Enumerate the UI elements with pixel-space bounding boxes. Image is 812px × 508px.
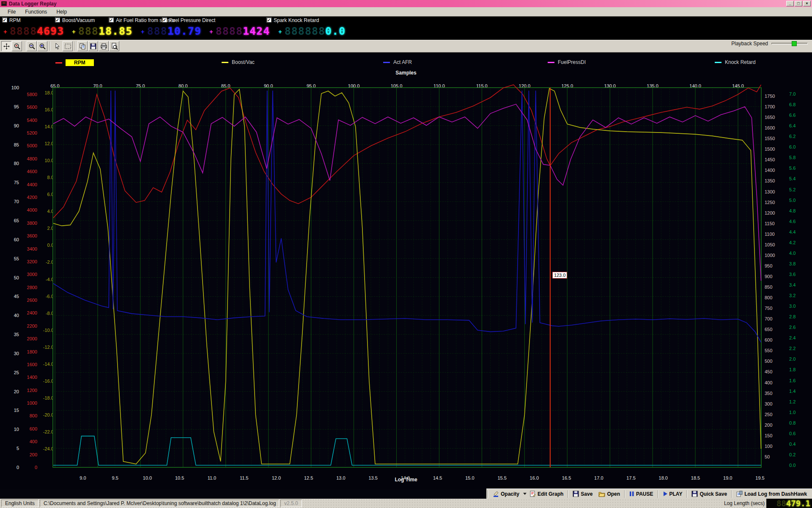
zoom-in-button[interactable] [37,41,47,51]
status-bar: English Units C:\Documents and Settings\… [0,499,812,508]
zoom-out-button[interactable] [27,41,37,51]
chart-area[interactable]: RPMBoost/VacAct AFRFuelPressDIKnock Reta… [0,52,812,489]
button-label: PAUSE [636,491,653,497]
select-region-button[interactable] [63,41,73,51]
led-value: 479.1 [786,499,810,508]
play-button[interactable]: PLAY [660,489,686,499]
button-label: Open [607,491,620,497]
channel-led-row: +88884693+88818.85+88810.79+88881424+888… [0,23,812,40]
play-icon [663,491,668,497]
print-preview-icon [111,43,118,50]
file-path-cell: C:\Documents and Settings\Jared P. McIve… [40,500,279,507]
zoom-in-icon [39,43,46,50]
save-button[interactable]: Save [570,489,595,499]
menu-file[interactable]: File [3,8,20,16]
pan-icon [3,43,10,50]
opacity-dropdown-arrow-icon[interactable] [523,493,527,495]
log-length-label: Log Length (secs) [724,500,765,506]
window-title: Data Logger Replay [9,1,57,7]
button-label: Save [581,491,593,497]
graph-toolbar [0,40,812,52]
button-label: Edit Graph [538,491,563,497]
channel-label: Spark Knock Retard [274,17,319,23]
print-preview-button[interactable] [109,41,119,51]
channel-label: Boost/Vacuum [62,17,95,23]
toolbar-separator [658,490,658,498]
led-ghost-digits: 8888 [10,25,37,37]
load-log-from-dashhawk-button[interactable]: Load Log from DashHawk [733,489,810,499]
led-display-5: +8888880.0 [278,25,346,38]
toolbar-separator [49,41,50,51]
quick-save-icon [691,491,698,497]
pointer-icon [54,43,61,50]
channel-label: RPM [9,17,21,23]
slider-groove [771,43,808,44]
edit-graph-button[interactable]: Edit Graph [527,489,566,499]
save-icon [573,491,579,497]
led-sign-indicator: + [278,28,282,35]
copy-button[interactable] [77,41,88,51]
button-label: Opacity [501,491,519,497]
led-value: 4693 [37,25,64,37]
slider-thumb[interactable] [792,41,797,46]
opacity-icon [493,491,499,497]
pointer-button[interactable] [52,41,62,51]
button-label: Quick Save [700,491,727,497]
quick-save-button[interactable]: Quick Save [689,489,730,499]
bottom-axis-title: Log Time [0,477,812,483]
led-sign-indicator: + [3,28,7,35]
led-value: 1424 [243,25,270,37]
menu-functions[interactable]: Functions [21,8,51,16]
print-button[interactable] [99,41,109,51]
zoom-out-icon [28,43,36,50]
cursor-value-tooltip: 123.0 [552,272,568,279]
channel-checkbox-spark-knock-retard[interactable]: ✓ [266,17,272,22]
menu-help[interactable]: Help [52,8,71,16]
bottom-strip: OpacityEdit GraphSaveOpenPAUSEPLAYQuick … [0,489,812,499]
led-sign-indicator: + [141,28,145,35]
playback-speed-label: Playback Speed [731,41,768,47]
led-value: 18.85 [99,25,132,37]
playback-speed-slider[interactable] [771,41,808,47]
title-bar: Data Logger Replay _ □ × [0,0,812,7]
channel-checkbox-rpm[interactable]: ✓ [2,17,7,22]
opacity-button[interactable]: Opacity [490,489,522,499]
channel-label: Fuel Pressure Direct [169,17,215,23]
toolbar-separator [75,41,76,51]
channel-checkbox-row: ✓RPM✓Boost/Vacuum✓Air Fuel Ratio from se… [0,17,812,23]
channel-checkbox-fuel-pressure-direct[interactable]: ✓ [162,17,167,22]
led-sign-indicator: + [72,28,76,35]
button-label: PLAY [669,491,683,497]
units-cell: English Units [1,500,38,507]
open-button[interactable]: Open [595,489,623,499]
select-region-icon [64,43,71,50]
led-display-3: +88810.79 [141,25,201,38]
log-length-display: 88479.1 [766,499,812,508]
menu-bar: File Functions Help [0,7,812,17]
pan-button[interactable] [1,41,11,51]
close-button[interactable]: × [803,1,811,6]
pause-icon [629,491,634,497]
channel-checkbox-air-fuel-ratio-from-sensor[interactable]: ✓ [109,17,114,22]
save-icon [90,43,97,50]
maximize-button[interactable]: □ [795,1,802,6]
button-label: Load Log from DashHawk [744,491,807,497]
led-ghost-digits: 88 [776,499,786,508]
led-display-4: +88881424 [209,25,270,38]
led-value: 0.0 [325,25,346,37]
led-ghost-digits: 888888 [285,25,325,37]
zoom-window-button[interactable] [12,41,22,51]
minimize-button[interactable]: _ [786,1,794,6]
channel-checkbox-boost-vacuum[interactable]: ✓ [55,17,60,22]
toolbar-separator [731,490,732,498]
plot-canvas[interactable] [0,52,812,489]
load-log-from-dashhawk-icon [736,491,743,497]
led-ghost-digits: 888 [147,25,167,37]
pause-button[interactable]: PAUSE [626,489,656,499]
playback-toolbar: OpacityEdit GraphSaveOpenPAUSEPLAYQuick … [486,489,812,499]
led-display-2: +88818.85 [72,25,132,38]
save-button[interactable] [88,41,98,51]
app-icon [1,1,7,6]
led-ghost-digits: 888 [78,25,99,37]
print-icon [100,43,107,50]
